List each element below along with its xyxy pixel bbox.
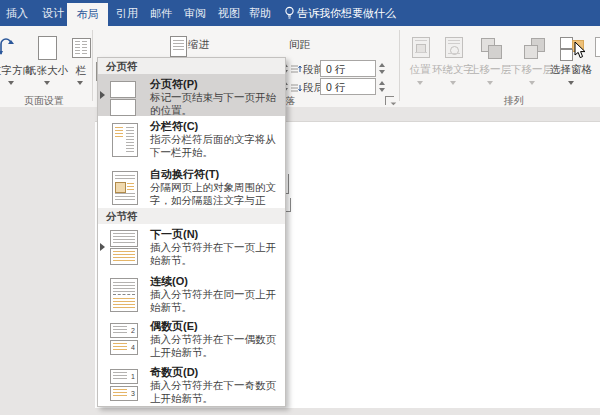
align-button-partial (595, 37, 600, 57)
spacing-after-input[interactable]: 0 行 (320, 78, 376, 95)
line-numbers-button[interactable] (170, 36, 187, 57)
paragraph-mark (290, 198, 291, 212)
menu-item-odd-page[interactable]: 1 3 奇数页(D) 插入分节符并在下一奇数页上开始新节。 (98, 362, 285, 405)
mouse-cursor (574, 42, 587, 64)
tab-view[interactable]: 视图 (214, 0, 244, 26)
wrap-text-icon (445, 37, 463, 58)
group-separator (92, 30, 93, 101)
spacing-before-spinner[interactable] (378, 60, 387, 77)
tab-design[interactable]: 设计 (38, 0, 68, 26)
column-break-icon (108, 121, 144, 157)
next-page-icon (108, 229, 144, 265)
tab-help[interactable]: 帮助 (245, 0, 275, 26)
menu-item-even-page[interactable]: 2 4 偶数页(E) 插入分节符并在下一偶数页上开始新节。 (98, 316, 285, 362)
page-break-icon (108, 79, 144, 115)
chevron-down-icon (77, 81, 83, 85)
menu-item-page-break[interactable]: 分页符(P) 标记一页结束与下一页开始的位置。 (98, 74, 285, 116)
tab-references[interactable]: 引用 (112, 0, 142, 26)
tell-me-search[interactable]: 告诉我你想要做什么 (297, 0, 396, 26)
word-window: 插入 设计 布局 引用 邮件 审阅 视图 帮助 告诉我你想要做什么 (0, 0, 600, 415)
page-breaks-header: 分页符 (98, 58, 285, 74)
tab-layout[interactable]: 布局 (67, 3, 108, 26)
menu-item-continuous[interactable]: 连续(O) 插入分节符并在同一页上开始新节。 (98, 271, 285, 316)
document-background (0, 107, 600, 415)
menu-item-column-break[interactable]: 分栏符(C) 指示分栏符后面的文字将从下一栏开始。 (98, 116, 285, 164)
text-direction-icon (0, 38, 18, 64)
tab-insert[interactable]: 插入 (2, 0, 32, 26)
spacing-label: 间距 (289, 38, 319, 52)
menu-item-next-page[interactable]: 下一页(N) 插入分节符并在下一页上开始新节。 (98, 224, 285, 271)
page-setup-group-label: 页面设置 (8, 94, 80, 108)
chevron-down-icon (529, 81, 535, 85)
paper-size-icon (38, 36, 57, 60)
spacing-before-input[interactable]: 0 行 (320, 60, 376, 77)
chevron-down-icon (8, 81, 14, 85)
tab-mailings[interactable]: 邮件 (146, 0, 176, 26)
group-separator (399, 30, 400, 101)
chevron-down-icon (417, 81, 423, 85)
chevron-down-icon (450, 81, 456, 85)
even-page-icon: 2 4 (108, 321, 144, 357)
ribbon: 文字方向 纸张大小 栏 页面设置 分隔符 (0, 26, 600, 108)
position-icon (412, 37, 430, 58)
chevron-down-icon (487, 81, 493, 85)
odd-page-icon: 1 3 (108, 367, 144, 403)
spacing-before-icon (291, 62, 302, 80)
spacing-after-spinner[interactable] (378, 78, 387, 95)
paragraph-dialog-launcher[interactable] (385, 96, 394, 105)
selected-marker-icon (100, 91, 105, 99)
selected-marker-icon (100, 243, 105, 251)
menu-item-text-wrap-break[interactable]: 自动换行符(T) 分隔网页上的对象周围的文字，如分隔题注文字与正文。 (98, 164, 285, 213)
ribbon-tab-bar: 插入 设计 布局 引用 邮件 审阅 视图 帮助 告诉我你想要做什么 (0, 0, 600, 26)
tab-review[interactable]: 审阅 (180, 0, 210, 26)
section-breaks-header: 分节符 (98, 208, 285, 224)
arrange-group-label: 排列 (492, 94, 536, 108)
chevron-down-icon (568, 81, 574, 85)
indent-label: 缩进 (188, 38, 218, 52)
chevron-down-icon (44, 81, 50, 85)
text-wrap-break-icon (108, 169, 144, 205)
continuous-break-icon (108, 276, 144, 312)
text-cursor (288, 174, 289, 194)
breaks-menu: 分页符 分页符(P) 标记一页结束与下一页开始的位置。 分栏符(C) 指示分栏符… (97, 57, 286, 407)
lightbulb-icon (283, 6, 296, 24)
columns-icon (72, 38, 91, 58)
